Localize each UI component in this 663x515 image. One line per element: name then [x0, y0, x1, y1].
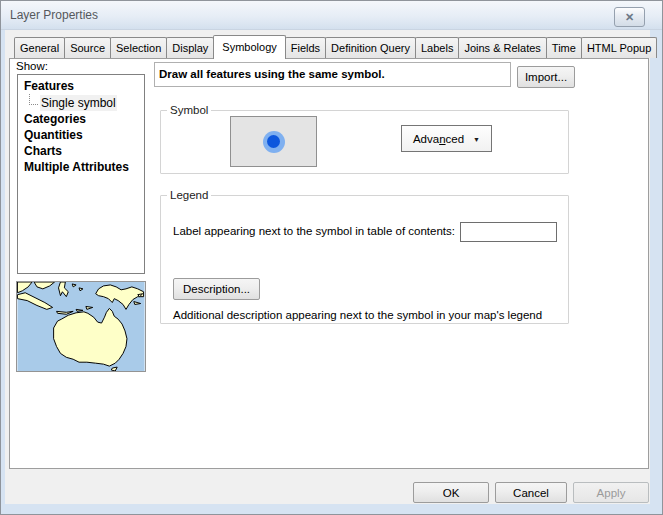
ok-button[interactable]: OK	[413, 482, 489, 503]
tree-item-single-symbol[interactable]: Single symbol	[18, 94, 144, 111]
tree-item-multiple-attributes[interactable]: Multiple Attributes	[18, 159, 144, 175]
tab-definition-query[interactable]: Definition Query	[325, 37, 416, 58]
advanced-dropdown-button[interactable]: Advanced ▼	[401, 125, 492, 152]
legend-groupbox: Legend	[160, 189, 569, 324]
advanced-label: Advanced	[413, 133, 464, 145]
tab-selection[interactable]: Selection	[110, 37, 167, 58]
point-symbol-icon	[263, 131, 285, 153]
tab-page-symbology: Show: Features Single symbol Categories …	[9, 58, 649, 469]
symbol-group-title: Symbol	[167, 104, 211, 116]
tree-item-categories[interactable]: Categories	[18, 111, 144, 127]
legend-label-caption: Label appearing next to the symbol in ta…	[173, 225, 455, 237]
map-thumbnail-svg	[17, 282, 145, 371]
dropdown-arrow-icon: ▼	[473, 134, 480, 143]
tree-item-quantities[interactable]: Quantities	[18, 127, 144, 143]
tab-symbology[interactable]: Symbology	[213, 35, 285, 59]
import-button[interactable]: Import...	[517, 66, 575, 88]
legend-label-input[interactable]	[460, 222, 557, 242]
cancel-button[interactable]: Cancel	[495, 482, 567, 503]
tree-branch-icon	[29, 94, 38, 105]
tree-item-charts[interactable]: Charts	[18, 143, 144, 159]
tab-joins-relates[interactable]: Joins & Relates	[458, 37, 546, 58]
apply-button[interactable]: Apply	[573, 482, 649, 503]
legend-description-note: Additional description appearing next to…	[173, 309, 542, 321]
window-title: Layer Properties	[10, 1, 98, 30]
show-label: Show:	[16, 60, 48, 72]
layer-properties-dialog: Layer Properties ✕ General Source Select…	[0, 0, 663, 515]
tree-item-features[interactable]: Features	[18, 78, 144, 94]
tab-time[interactable]: Time	[546, 37, 582, 58]
symbol-groupbox: Symbol	[160, 104, 569, 174]
legend-group-title: Legend	[167, 189, 211, 201]
tab-bar: General Source Selection Display Symbolo…	[14, 34, 656, 58]
titlebar: Layer Properties ✕	[1, 1, 662, 30]
tab-labels[interactable]: Labels	[415, 37, 459, 58]
tab-display[interactable]: Display	[166, 37, 214, 58]
tab-general[interactable]: General	[14, 37, 65, 58]
tab-source[interactable]: Source	[64, 37, 111, 58]
symbol-preview-button[interactable]	[230, 116, 317, 167]
description-button[interactable]: Description...	[173, 278, 260, 300]
show-listbox: Features Single symbol Categories Quanti…	[17, 74, 145, 274]
tab-html-popup[interactable]: HTML Popup	[581, 37, 657, 58]
tab-fields[interactable]: Fields	[285, 37, 326, 58]
renderer-description: Draw all features using the same symbol.	[154, 62, 511, 87]
map-preview	[16, 281, 146, 372]
close-button[interactable]: ✕	[614, 7, 645, 27]
dialog-body: General Source Selection Display Symbolo…	[5, 30, 650, 504]
close-icon: ✕	[625, 11, 634, 23]
